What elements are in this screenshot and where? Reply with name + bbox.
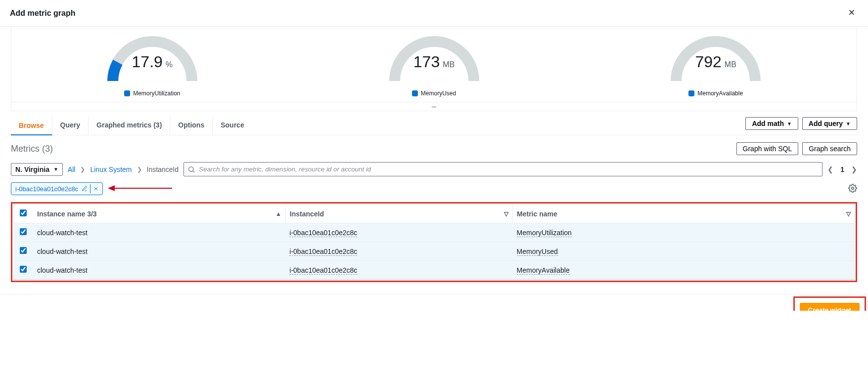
metrics-count: (3) bbox=[42, 144, 53, 154]
metrics-table: Instance name 3/3 ▲ InstanceId ▽ Metric … bbox=[13, 205, 855, 280]
tabs: Browse Query Graphed metrics (3) Options… bbox=[11, 116, 252, 135]
region-selector[interactable]: N. Virginia bbox=[11, 163, 63, 176]
gauge-label: MemoryAvailable bbox=[697, 90, 743, 97]
filter-token-edit-button[interactable] bbox=[80, 184, 89, 193]
filter-token-remove-button[interactable] bbox=[91, 184, 100, 193]
cell-metric[interactable]: MemoryUtilization bbox=[517, 229, 572, 237]
tab-source[interactable]: Source bbox=[213, 116, 252, 135]
row-checkbox[interactable] bbox=[20, 266, 27, 273]
col-instance-name[interactable]: Instance name 3/3 ▲ bbox=[33, 205, 285, 223]
page-number: 1 bbox=[840, 165, 844, 173]
legend-swatch-icon bbox=[124, 90, 130, 96]
annotation-arrow-icon bbox=[108, 183, 172, 195]
svg-point-3 bbox=[852, 187, 854, 189]
col-metric-name[interactable]: Metric name ▽ bbox=[513, 205, 855, 223]
row-checkbox[interactable] bbox=[20, 228, 27, 235]
resize-handle[interactable]: ═ bbox=[11, 102, 857, 111]
gauge-label: MemoryUsed bbox=[421, 90, 456, 97]
gauge-memory-used: 173 MB MemoryUsed bbox=[293, 32, 575, 97]
gauge-value: 173 bbox=[413, 53, 440, 71]
gauges-panel: 17.9 % MemoryUtilization 173 MB bbox=[11, 27, 857, 102]
metrics-heading-row: Metrics (3) Graph with SQL Graph search bbox=[11, 135, 857, 162]
cell-instanceid[interactable]: i-0bac10ea01c0e2c8c bbox=[289, 248, 357, 256]
legend-swatch-icon bbox=[412, 90, 418, 96]
breadcrumb-all[interactable]: All bbox=[68, 165, 76, 173]
prev-page-button[interactable]: ❮ bbox=[827, 165, 833, 173]
breadcrumb-linux-system[interactable]: Linux System bbox=[90, 165, 132, 173]
chevron-right-icon: ❯ bbox=[137, 166, 142, 173]
settings-button[interactable] bbox=[848, 184, 857, 194]
svg-marker-2 bbox=[108, 185, 115, 191]
sort-icon: ▽ bbox=[846, 210, 851, 217]
tab-query[interactable]: Query bbox=[52, 116, 89, 135]
gear-icon bbox=[848, 184, 857, 193]
filter-token: i-0bac10ea01c0e2c8c bbox=[11, 182, 103, 195]
tab-browse[interactable]: Browse bbox=[11, 117, 52, 135]
close-icon bbox=[93, 186, 99, 192]
chevron-right-icon: ❯ bbox=[80, 166, 85, 173]
filter-token-text: i-0bac10ea01c0e2c8c bbox=[13, 185, 80, 193]
gauge-memory-utilization: 17.9 % MemoryUtilization bbox=[11, 32, 293, 97]
cell-instanceid[interactable]: i-0bac10ea01c0e2c8c bbox=[289, 266, 357, 275]
cell-instance-name: cloud-watch-test bbox=[37, 248, 88, 255]
search-icon bbox=[187, 165, 195, 173]
cell-instance-name: cloud-watch-test bbox=[37, 229, 88, 237]
add-math-button[interactable]: Add math bbox=[745, 117, 798, 130]
pager: ❮ 1 ❯ bbox=[827, 165, 857, 173]
breadcrumb-instanceid: InstanceId bbox=[147, 165, 179, 173]
add-query-button[interactable]: Add query bbox=[802, 117, 857, 130]
next-page-button[interactable]: ❯ bbox=[851, 165, 857, 173]
token-divider bbox=[90, 184, 91, 193]
table-row[interactable]: cloud-watch-test i-0bac10ea01c0e2c8c Mem… bbox=[13, 242, 855, 261]
svg-point-0 bbox=[189, 166, 193, 171]
table-row[interactable]: cloud-watch-test i-0bac10ea01c0e2c8c Mem… bbox=[13, 261, 855, 280]
dialog-body: 17.9 % MemoryUtilization 173 MB bbox=[0, 27, 868, 282]
tab-graphed-metrics[interactable]: Graphed metrics (3) bbox=[89, 116, 170, 135]
cell-metric[interactable]: MemoryAvailable bbox=[517, 266, 570, 275]
filter-row: N. Virginia All ❯ Linux System ❯ Instanc… bbox=[11, 162, 857, 176]
tabs-row: Browse Query Graphed metrics (3) Options… bbox=[11, 111, 857, 135]
sort-asc-icon: ▲ bbox=[275, 210, 281, 217]
graph-search-button[interactable]: Graph search bbox=[802, 142, 857, 155]
col-instanceid[interactable]: InstanceId ▽ bbox=[285, 205, 512, 223]
dialog-title: Add metric graph bbox=[10, 9, 75, 18]
gauge-memory-available: 792 MB MemoryAvailable bbox=[575, 32, 857, 97]
search-input[interactable] bbox=[183, 162, 822, 176]
legend-swatch-icon bbox=[688, 90, 694, 96]
gauge-unit: % bbox=[166, 60, 173, 69]
dialog-footer: Cancel Create widget bbox=[0, 294, 868, 311]
metrics-table-highlight: Instance name 3/3 ▲ InstanceId ▽ Metric … bbox=[11, 202, 857, 282]
row-checkbox[interactable] bbox=[20, 247, 27, 254]
gauge-value: 792 bbox=[695, 53, 721, 71]
close-button[interactable] bbox=[845, 6, 858, 20]
table-row[interactable]: cloud-watch-test i-0bac10ea01c0e2c8c Mem… bbox=[13, 223, 855, 242]
cell-instance-name: cloud-watch-test bbox=[37, 266, 88, 274]
edit-icon bbox=[82, 186, 88, 192]
graph-with-sql-button[interactable]: Graph with SQL bbox=[736, 142, 799, 155]
metrics-heading-text: Metrics bbox=[11, 144, 40, 154]
gauge-label: MemoryUtilization bbox=[133, 90, 180, 97]
cell-instanceid[interactable]: i-0bac10ea01c0e2c8c bbox=[289, 229, 357, 237]
dialog-header: Add metric graph bbox=[0, 0, 868, 27]
gauge-value: 17.9 bbox=[132, 53, 163, 71]
close-icon bbox=[847, 8, 856, 17]
create-widget-button[interactable]: Create widget bbox=[800, 303, 860, 311]
token-row: i-0bac10ea01c0e2c8c bbox=[11, 182, 857, 195]
cell-metric[interactable]: MemoryUsed bbox=[517, 248, 558, 256]
create-widget-highlight: Create widget bbox=[793, 296, 866, 311]
metrics-heading: Metrics (3) bbox=[11, 144, 53, 154]
sort-icon: ▽ bbox=[504, 210, 508, 217]
grip-icon: ═ bbox=[432, 104, 436, 110]
gauge-unit: MB bbox=[725, 60, 736, 69]
tab-options[interactable]: Options bbox=[170, 116, 213, 135]
select-all-checkbox[interactable] bbox=[20, 209, 27, 216]
gauge-unit: MB bbox=[443, 60, 455, 69]
